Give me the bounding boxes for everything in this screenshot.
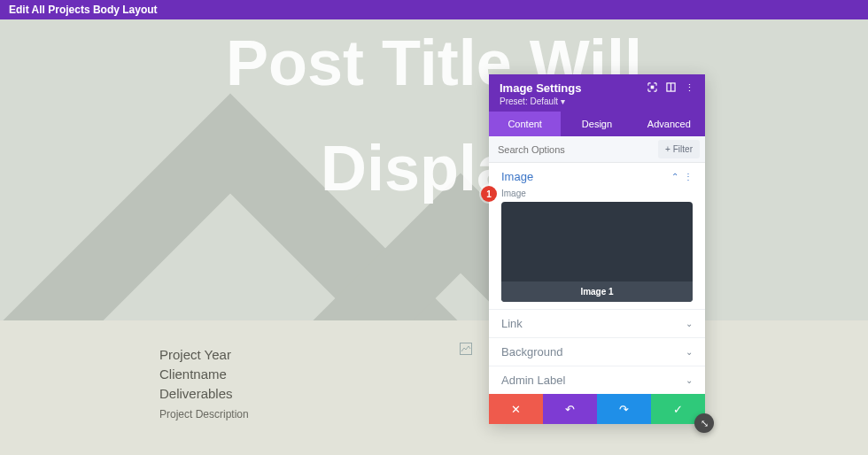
section-link: Link ⌄ bbox=[489, 310, 705, 338]
section-link-head[interactable]: Link ⌄ bbox=[501, 317, 693, 330]
hero-area: Post Title Will Display bbox=[0, 19, 868, 320]
hero-background-pattern bbox=[0, 19, 868, 320]
panel-header[interactable]: Image Settings ⋮ Preset: Default ▾ bbox=[489, 74, 705, 112]
image-settings-panel: Image Settings ⋮ Preset: Default ▾ Conte… bbox=[489, 74, 705, 424]
image-preview[interactable]: Image 1 bbox=[501, 202, 693, 302]
resize-handle[interactable]: ⤡ bbox=[694, 413, 714, 433]
image-preview-caption: Image 1 bbox=[501, 281, 693, 302]
chevron-down-icon: ⌄ bbox=[686, 319, 693, 328]
section-image: Image ⌃ ⋮ Image Image 1 bbox=[489, 163, 705, 310]
panel-footer: ✕ ↶ ↷ ✓ bbox=[489, 394, 705, 424]
plus-icon: + bbox=[665, 144, 670, 154]
chevron-down-icon: ⌄ bbox=[686, 375, 693, 385]
tab-design[interactable]: Design bbox=[561, 112, 632, 136]
panel-tabs: Content Design Advanced bbox=[489, 112, 705, 136]
undo-button[interactable]: ↶ bbox=[543, 394, 597, 424]
builder-top-bar: Edit All Projects Body Layout bbox=[0, 0, 868, 19]
section-admin-label: Admin Label ⌄ bbox=[489, 366, 705, 394]
search-row: + Filter bbox=[489, 136, 705, 163]
redo-button[interactable]: ↷ bbox=[597, 394, 651, 424]
top-bar-title: Edit All Projects Body Layout bbox=[9, 4, 158, 16]
section-more-icon[interactable]: ⋮ bbox=[684, 172, 693, 181]
cancel-button[interactable]: ✕ bbox=[489, 394, 543, 424]
image-preview-body bbox=[501, 202, 693, 281]
annotation-badge-1: 1 bbox=[481, 186, 497, 202]
section-background-head[interactable]: Background ⌄ bbox=[501, 345, 693, 359]
redo-icon: ↷ bbox=[619, 403, 629, 416]
section-background: Background ⌄ bbox=[489, 338, 705, 366]
expand-icon[interactable] bbox=[666, 82, 676, 94]
filter-button[interactable]: + Filter bbox=[658, 140, 700, 158]
section-image-head[interactable]: Image ⌃ ⋮ bbox=[501, 170, 693, 183]
check-icon: ✓ bbox=[673, 403, 683, 416]
section-admin-label: Admin Label bbox=[501, 374, 565, 387]
search-input[interactable] bbox=[489, 137, 658, 162]
snap-icon[interactable] bbox=[647, 82, 657, 94]
svg-rect-1 bbox=[651, 86, 655, 89]
undo-icon: ↶ bbox=[565, 403, 575, 416]
tab-content[interactable]: Content bbox=[489, 112, 561, 136]
broken-image-icon bbox=[459, 342, 473, 356]
section-image-label: Image bbox=[501, 170, 533, 183]
project-meta-section: Project Year Clientname Deliverables Pro… bbox=[0, 320, 868, 455]
panel-title: Image Settings bbox=[500, 81, 581, 95]
resize-icon: ⤡ bbox=[701, 418, 709, 429]
section-admin-head[interactable]: Admin Label ⌄ bbox=[501, 374, 693, 387]
chevron-down-icon: ⌄ bbox=[686, 347, 693, 357]
preset-label[interactable]: Preset: Default ▾ bbox=[500, 96, 694, 106]
section-link-label: Link bbox=[501, 317, 523, 330]
chevron-up-icon: ⌃ bbox=[671, 172, 678, 181]
image-field-label: Image bbox=[501, 189, 693, 198]
tab-advanced[interactable]: Advanced bbox=[633, 112, 705, 136]
close-icon: ✕ bbox=[511, 403, 521, 416]
more-icon[interactable]: ⋮ bbox=[685, 82, 694, 94]
section-background-label: Background bbox=[501, 345, 562, 359]
